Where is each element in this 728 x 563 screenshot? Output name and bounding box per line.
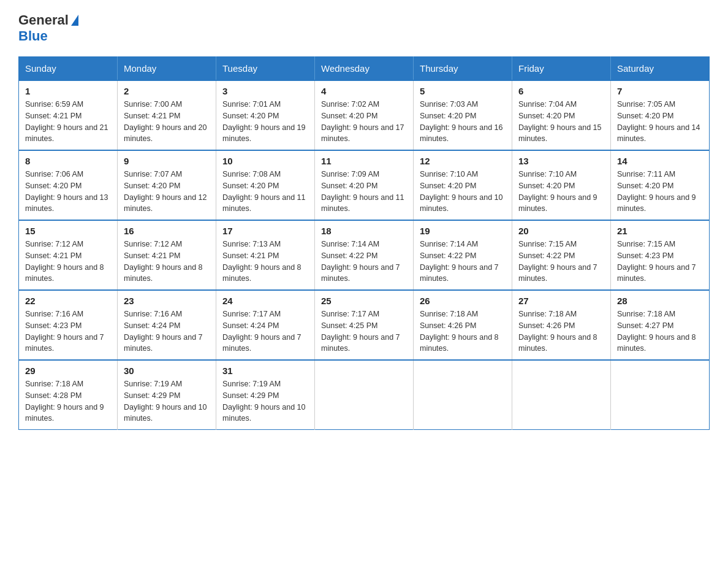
day-info: Sunrise: 7:18 AM Sunset: 4:26 PM Dayligh… — [518, 308, 604, 354]
calendar-cell: 25 Sunrise: 7:17 AM Sunset: 4:25 PM Dayl… — [315, 290, 414, 360]
day-number: 21 — [617, 226, 703, 236]
calendar-cell: 29 Sunrise: 7:18 AM Sunset: 4:28 PM Dayl… — [19, 360, 118, 430]
calendar-cell: 27 Sunrise: 7:18 AM Sunset: 4:26 PM Dayl… — [512, 290, 611, 360]
day-info: Sunrise: 7:06 AM Sunset: 4:20 PM Dayligh… — [25, 169, 111, 215]
calendar-cell: 28 Sunrise: 7:18 AM Sunset: 4:27 PM Dayl… — [611, 290, 710, 360]
day-number: 20 — [518, 226, 604, 236]
calendar-cell: 10 Sunrise: 7:08 AM Sunset: 4:20 PM Dayl… — [216, 150, 315, 220]
calendar-cell: 22 Sunrise: 7:16 AM Sunset: 4:23 PM Dayl… — [19, 290, 118, 360]
day-number: 1 — [25, 86, 111, 96]
calendar-cell: 26 Sunrise: 7:18 AM Sunset: 4:26 PM Dayl… — [414, 290, 512, 360]
calendar-cell: 7 Sunrise: 7:05 AM Sunset: 4:20 PM Dayli… — [611, 80, 710, 150]
day-info: Sunrise: 7:03 AM Sunset: 4:20 PM Dayligh… — [420, 99, 506, 145]
calendar-header-row: SundayMondayTuesdayWednesdayThursdayFrid… — [19, 57, 710, 81]
day-info: Sunrise: 7:05 AM Sunset: 4:20 PM Dayligh… — [617, 99, 703, 145]
calendar-cell: 6 Sunrise: 7:04 AM Sunset: 4:20 PM Dayli… — [512, 80, 611, 150]
day-number: 6 — [518, 86, 604, 96]
day-info: Sunrise: 7:12 AM Sunset: 4:21 PM Dayligh… — [124, 239, 210, 285]
day-info: Sunrise: 7:18 AM Sunset: 4:26 PM Dayligh… — [420, 308, 506, 354]
calendar-cell: 20 Sunrise: 7:15 AM Sunset: 4:22 PM Dayl… — [512, 220, 611, 290]
logo: General Blue — [18, 12, 80, 44]
day-info: Sunrise: 7:10 AM Sunset: 4:20 PM Dayligh… — [518, 169, 604, 215]
day-info: Sunrise: 7:19 AM Sunset: 4:29 PM Dayligh… — [222, 378, 308, 424]
calendar-cell: 9 Sunrise: 7:07 AM Sunset: 4:20 PM Dayli… — [118, 150, 216, 220]
day-info: Sunrise: 7:13 AM Sunset: 4:21 PM Dayligh… — [222, 239, 308, 285]
calendar-cell: 13 Sunrise: 7:10 AM Sunset: 4:20 PM Dayl… — [512, 150, 611, 220]
calendar-cell: 17 Sunrise: 7:13 AM Sunset: 4:21 PM Dayl… — [216, 220, 315, 290]
column-header-saturday: Saturday — [611, 57, 710, 81]
day-info: Sunrise: 7:12 AM Sunset: 4:21 PM Dayligh… — [25, 239, 111, 285]
calendar-cell: 2 Sunrise: 7:00 AM Sunset: 4:21 PM Dayli… — [118, 80, 216, 150]
calendar-cell: 11 Sunrise: 7:09 AM Sunset: 4:20 PM Dayl… — [315, 150, 414, 220]
day-number: 25 — [321, 296, 407, 306]
calendar-cell — [512, 360, 611, 430]
day-info: Sunrise: 7:14 AM Sunset: 4:22 PM Dayligh… — [321, 239, 407, 285]
calendar-cell — [611, 360, 710, 430]
column-header-tuesday: Tuesday — [216, 57, 315, 81]
day-number: 13 — [518, 156, 604, 166]
calendar-cell: 31 Sunrise: 7:19 AM Sunset: 4:29 PM Dayl… — [216, 360, 315, 430]
day-number: 9 — [124, 156, 210, 166]
day-info: Sunrise: 7:18 AM Sunset: 4:27 PM Dayligh… — [617, 308, 703, 354]
day-number: 28 — [617, 296, 703, 306]
calendar-cell: 4 Sunrise: 7:02 AM Sunset: 4:20 PM Dayli… — [315, 80, 414, 150]
day-info: Sunrise: 7:10 AM Sunset: 4:20 PM Dayligh… — [420, 169, 506, 215]
column-header-wednesday: Wednesday — [315, 57, 414, 81]
day-info: Sunrise: 7:19 AM Sunset: 4:29 PM Dayligh… — [124, 378, 210, 424]
day-number: 10 — [222, 156, 308, 166]
calendar-cell: 23 Sunrise: 7:16 AM Sunset: 4:24 PM Dayl… — [118, 290, 216, 360]
calendar-cell: 19 Sunrise: 7:14 AM Sunset: 4:22 PM Dayl… — [414, 220, 512, 290]
calendar-cell: 3 Sunrise: 7:01 AM Sunset: 4:20 PM Dayli… — [216, 80, 315, 150]
day-number: 8 — [25, 156, 111, 166]
day-number: 5 — [420, 86, 506, 96]
day-info: Sunrise: 7:16 AM Sunset: 4:23 PM Dayligh… — [25, 308, 111, 354]
day-info: Sunrise: 7:14 AM Sunset: 4:22 PM Dayligh… — [420, 239, 506, 285]
day-number: 30 — [124, 366, 210, 376]
day-number: 4 — [321, 86, 407, 96]
column-header-monday: Monday — [118, 57, 216, 81]
day-info: Sunrise: 7:09 AM Sunset: 4:20 PM Dayligh… — [321, 169, 407, 215]
day-info: Sunrise: 7:15 AM Sunset: 4:23 PM Dayligh… — [617, 239, 703, 285]
day-info: Sunrise: 7:17 AM Sunset: 4:24 PM Dayligh… — [222, 308, 308, 354]
calendar-cell: 21 Sunrise: 7:15 AM Sunset: 4:23 PM Dayl… — [611, 220, 710, 290]
calendar-cell: 5 Sunrise: 7:03 AM Sunset: 4:20 PM Dayli… — [414, 80, 512, 150]
calendar-cell — [315, 360, 414, 430]
day-info: Sunrise: 7:08 AM Sunset: 4:20 PM Dayligh… — [222, 169, 308, 215]
calendar-cell: 30 Sunrise: 7:19 AM Sunset: 4:29 PM Dayl… — [118, 360, 216, 430]
calendar-cell: 15 Sunrise: 7:12 AM Sunset: 4:21 PM Dayl… — [19, 220, 118, 290]
day-number: 31 — [222, 366, 308, 376]
day-number: 11 — [321, 156, 407, 166]
column-header-sunday: Sunday — [19, 57, 118, 81]
day-number: 27 — [518, 296, 604, 306]
day-number: 19 — [420, 226, 506, 236]
calendar-week-4: 22 Sunrise: 7:16 AM Sunset: 4:23 PM Dayl… — [19, 290, 710, 360]
day-number: 18 — [321, 226, 407, 236]
calendar-cell: 12 Sunrise: 7:10 AM Sunset: 4:20 PM Dayl… — [414, 150, 512, 220]
header: General Blue — [18, 12, 710, 44]
day-info: Sunrise: 7:16 AM Sunset: 4:24 PM Dayligh… — [124, 308, 210, 354]
calendar-cell: 16 Sunrise: 7:12 AM Sunset: 4:21 PM Dayl… — [118, 220, 216, 290]
day-info: Sunrise: 7:11 AM Sunset: 4:20 PM Dayligh… — [617, 169, 703, 215]
calendar-cell: 24 Sunrise: 7:17 AM Sunset: 4:24 PM Dayl… — [216, 290, 315, 360]
day-info: Sunrise: 6:59 AM Sunset: 4:21 PM Dayligh… — [25, 99, 111, 145]
day-info: Sunrise: 7:18 AM Sunset: 4:28 PM Dayligh… — [25, 378, 111, 424]
day-number: 23 — [124, 296, 210, 306]
day-number: 2 — [124, 86, 210, 96]
logo-general-text: General — [18, 12, 69, 28]
calendar-week-1: 1 Sunrise: 6:59 AM Sunset: 4:21 PM Dayli… — [19, 80, 710, 150]
calendar-cell: 18 Sunrise: 7:14 AM Sunset: 4:22 PM Dayl… — [315, 220, 414, 290]
day-number: 26 — [420, 296, 506, 306]
logo-blue-text: Blue — [18, 28, 48, 44]
calendar-week-2: 8 Sunrise: 7:06 AM Sunset: 4:20 PM Dayli… — [19, 150, 710, 220]
day-number: 14 — [617, 156, 703, 166]
calendar-cell — [414, 360, 512, 430]
column-header-thursday: Thursday — [414, 57, 512, 81]
day-number: 22 — [25, 296, 111, 306]
day-info: Sunrise: 7:15 AM Sunset: 4:22 PM Dayligh… — [518, 239, 604, 285]
calendar-table: SundayMondayTuesdayWednesdayThursdayFrid… — [18, 56, 710, 430]
calendar-week-3: 15 Sunrise: 7:12 AM Sunset: 4:21 PM Dayl… — [19, 220, 710, 290]
day-info: Sunrise: 7:17 AM Sunset: 4:25 PM Dayligh… — [321, 308, 407, 354]
day-number: 24 — [222, 296, 308, 306]
day-number: 17 — [222, 226, 308, 236]
logo-triangle-icon — [71, 15, 78, 26]
